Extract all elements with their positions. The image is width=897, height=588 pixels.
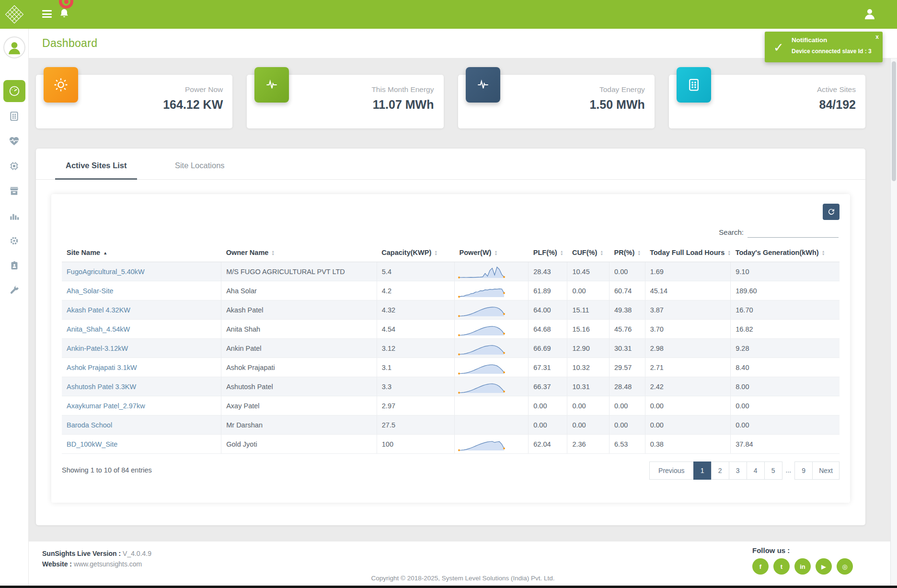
cell-pr: 49.38 xyxy=(610,300,645,320)
site-link[interactable]: Ashutosh Patel 3.3KW xyxy=(67,383,136,391)
site-link[interactable]: Baroda School xyxy=(67,421,112,429)
page-next[interactable]: Next xyxy=(812,461,840,480)
cell-plf: 62.04 xyxy=(529,435,567,454)
cell-full-load-hours: 2.98 xyxy=(645,339,731,358)
social-links: ftin▶◎ xyxy=(752,558,853,575)
cell-capacity: 4.32 xyxy=(377,300,454,320)
diamond-lattice-logo-icon xyxy=(4,4,25,25)
column-header-cuf[interactable]: CUF(%)▲▼ xyxy=(567,243,610,262)
content-scrollbar[interactable] xyxy=(890,58,897,586)
sort-both-icon: ▲▼ xyxy=(727,250,731,256)
website-value[interactable]: www.getsunsights.com xyxy=(74,560,142,568)
sidebar-item-data-logger[interactable] xyxy=(9,160,20,172)
column-header-site-name[interactable]: Site Name▲ xyxy=(62,243,221,262)
cell-plf: 61.89 xyxy=(529,281,567,300)
facebook-icon[interactable]: f xyxy=(752,558,769,575)
table-row: Anita_Shah_4.54kWAnita Shah4.5464.6815.1… xyxy=(62,320,840,339)
notifications-bell-icon[interactable] xyxy=(58,8,71,20)
column-header-pr[interactable]: PR(%)▲▼ xyxy=(610,243,645,262)
sidebar-item-analytics[interactable] xyxy=(9,210,20,221)
cell-owner-name: Akash Patel xyxy=(221,300,377,320)
sort-both-icon: ▲▼ xyxy=(271,250,275,256)
site-link[interactable]: BD_100kW_Site xyxy=(67,440,117,448)
column-header-owner-name[interactable]: Owner Name▲▼ xyxy=(221,243,377,262)
cell-generation: 37.84 xyxy=(731,435,840,454)
cell-generation: 16.82 xyxy=(731,320,840,339)
page-1[interactable]: 1 xyxy=(693,461,712,480)
sun-icon xyxy=(44,67,78,103)
site-link[interactable]: Aha_Solar-Site xyxy=(67,287,114,295)
cell-power-trend xyxy=(455,396,529,415)
page-3[interactable]: 3 xyxy=(729,461,747,480)
sidebar-item-sites[interactable] xyxy=(9,110,20,122)
cell-plf: 64.68 xyxy=(529,320,567,339)
sidebar-item-dashboard[interactable] xyxy=(3,80,25,102)
column-header-capacity-kwp[interactable]: Capacity(KWP)▲▼ xyxy=(377,243,454,262)
cell-plf: 0.00 xyxy=(529,396,567,415)
refresh-button[interactable] xyxy=(823,204,840,220)
site-link[interactable]: Akash Patel 4.32KW xyxy=(67,306,130,314)
toast-title: Notification xyxy=(792,36,827,44)
site-link[interactable]: Axaykumar Patel_2.97kw xyxy=(67,402,145,410)
power-sparkline xyxy=(458,379,506,394)
cell-capacity: 2.97 xyxy=(377,396,454,415)
page-4[interactable]: 4 xyxy=(747,461,765,480)
cell-site-name: Axaykumar Patel_2.97kw xyxy=(62,396,221,415)
page-previous[interactable]: Previous xyxy=(649,461,693,480)
site-link[interactable]: Anita_Shah_4.54kW xyxy=(67,325,130,333)
cell-capacity: 3.12 xyxy=(377,339,454,358)
scrollbar-thumb[interactable] xyxy=(892,61,896,181)
instagram-icon[interactable]: ◎ xyxy=(837,558,853,575)
column-header-today-full-load-hours[interactable]: Today Full Load Hours▲▼ xyxy=(645,243,731,262)
stat-value: 11.07 MWh xyxy=(371,98,434,112)
tab-site-locations[interactable]: Site Locations xyxy=(164,161,235,178)
sidebar-item-settings[interactable] xyxy=(9,235,20,246)
sidebar-item-accounts[interactable] xyxy=(9,260,20,271)
main-panel: Active Sites List Site Locations Search:… xyxy=(36,149,865,525)
tab-active-sites-list[interactable]: Active Sites List xyxy=(55,161,137,180)
stat-label: Power Now xyxy=(163,85,223,94)
hamburger-menu-icon[interactable] xyxy=(42,10,52,18)
app-logo[interactable] xyxy=(0,0,29,29)
page-2[interactable]: 2 xyxy=(711,461,729,480)
sidebar-item-utilities[interactable] xyxy=(9,285,20,296)
cell-site-name: Ankin-Patel-3.12kW xyxy=(62,339,221,358)
footer: SunSights Live Version : V_4.0.4.9 Websi… xyxy=(29,542,897,586)
linkedin-icon[interactable]: in xyxy=(794,558,811,575)
cell-pr: 0.00 xyxy=(610,396,645,415)
page-9[interactable]: 9 xyxy=(794,461,813,480)
site-link[interactable]: Ashok Prajapati 3.1kW xyxy=(67,364,137,371)
cell-site-name: Baroda School xyxy=(62,415,221,435)
cell-generation: 0.00 xyxy=(731,396,840,415)
follow-us-label: Follow us : xyxy=(752,546,853,554)
column-header-power-w[interactable]: Power(W)▲▼ xyxy=(455,243,529,262)
cell-power-trend xyxy=(455,435,529,454)
cell-full-load-hours: 0.00 xyxy=(645,396,731,415)
youtube-icon[interactable]: ▶ xyxy=(816,558,832,575)
column-header-today-s-generation-kwh[interactable]: Today's Generation(kWh)▲▼ xyxy=(731,243,840,262)
table-row: Ankin-Patel-3.12kWAnkin Patel3.1266.6912… xyxy=(62,339,840,358)
page-item: ... xyxy=(782,461,795,480)
check-icon: ✓ xyxy=(773,40,784,55)
search-input[interactable] xyxy=(748,227,839,238)
profile-avatar[interactable] xyxy=(3,36,25,58)
site-link[interactable]: FugoAgricultural_5.40kW xyxy=(67,268,145,276)
power-sparkline xyxy=(458,360,506,375)
toast-close-icon[interactable]: x xyxy=(875,34,879,40)
avatar-person-icon xyxy=(5,38,23,57)
table-row: BD_100kW_SiteGold Jyoti10062.042.366.530… xyxy=(62,435,840,454)
gauge-icon xyxy=(8,85,21,97)
cell-site-name: Ashok Prajapati 3.1kW xyxy=(62,358,221,377)
page-5[interactable]: 5 xyxy=(764,461,782,480)
sidebar-item-inverters[interactable] xyxy=(9,185,20,196)
column-header-plf[interactable]: PLF(%)▲▼ xyxy=(529,243,567,262)
user-menu-icon[interactable] xyxy=(862,7,877,21)
stat-card-month-energy: This Month Energy11.07 MWh xyxy=(247,75,443,128)
cell-generation: 8.40 xyxy=(731,358,840,377)
site-link[interactable]: Ankin-Patel-3.12kW xyxy=(67,345,128,352)
cell-site-name: Akash Patel 4.32KW xyxy=(62,300,221,320)
twitter-icon[interactable]: t xyxy=(773,558,790,575)
sidebar-item-plant-health[interactable] xyxy=(9,135,20,147)
stat-label: Active Sites xyxy=(817,85,856,94)
cell-full-load-hours: 3.87 xyxy=(645,300,731,320)
